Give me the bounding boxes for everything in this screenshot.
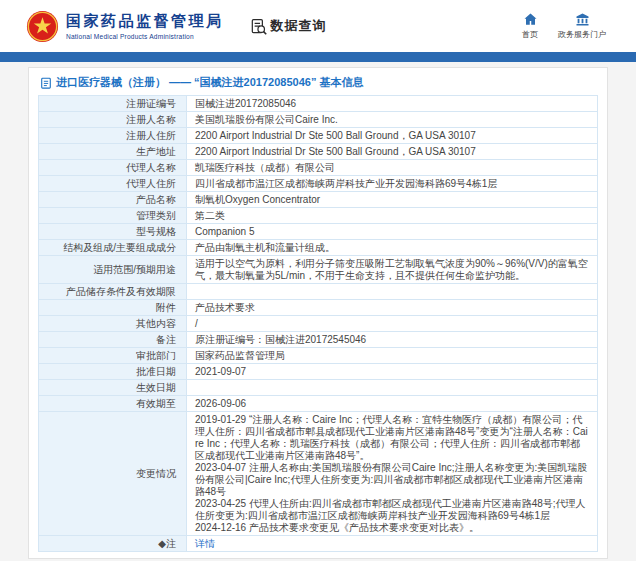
- registration-info-table: 注册证编号国械注进20172085046注册人名称美国凯瑞股份有限公司Caire…: [38, 95, 598, 552]
- brand[interactable]: 国家药品监督管理局 National Medical Products Admi…: [26, 10, 327, 43]
- field-label: 适用范围/预期用途: [39, 256, 187, 284]
- nav-gov-portal[interactable]: 政务服务门户: [558, 12, 606, 40]
- table-row: 备注原注册证编号：国械注进20172545046: [39, 332, 598, 348]
- agency-name-en: National Medical Products Administration: [66, 33, 224, 40]
- table-row: 适用范围/预期用途适用于以空气为原料，利用分子筛变压吸附工艺制取氧气浓度为90%…: [39, 256, 598, 284]
- field-value: 制氧机Oxygen Concentrator: [187, 192, 598, 208]
- field-label: 生产地址: [39, 144, 187, 160]
- table-row: 注册证编号国械注进20172085046: [39, 96, 598, 112]
- agency-name-cn: 国家药品监督管理局: [66, 12, 224, 31]
- field-label: 产品名称: [39, 192, 187, 208]
- field-label: 产品储存条件及有效期限: [39, 284, 187, 300]
- field-value: 2200 Airport Industrial Dr Ste 500 Ball …: [187, 128, 598, 144]
- table-row: 注册人名称美国凯瑞股份有限公司Caire Inc.: [39, 112, 598, 128]
- field-value: 第二类: [187, 208, 598, 224]
- detail-panel: 进口医疗器械（注册） —— “国械注进20172085046” 基本信息 注册证…: [28, 67, 608, 559]
- document-icon: [40, 77, 52, 89]
- field-value: 国家药品监督管理局: [187, 348, 598, 364]
- field-label: 批准日期: [39, 364, 187, 380]
- table-row: 其他内容/: [39, 316, 598, 332]
- page-title: 进口医疗器械（注册） —— “国械注进20172085046” 基本信息: [38, 73, 598, 95]
- field-label: 代理人住所: [39, 176, 187, 192]
- field-value: 凯瑞医疗科技（成都）有限公司: [187, 160, 598, 176]
- field-value: 2021-09-07: [187, 364, 598, 380]
- agency-title: 国家药品监督管理局 National Medical Products Admi…: [66, 12, 224, 40]
- table-row: 产品名称制氧机Oxygen Concentrator: [39, 192, 598, 208]
- table-row: 代理人住所四川省成都市温江区成都海峡两岸科技产业开发园海科路69号4栋1层: [39, 176, 598, 192]
- field-value: 2026-09-06: [187, 396, 598, 412]
- field-label: 变更情况: [39, 412, 187, 536]
- table-row: 管理类别第二类: [39, 208, 598, 224]
- home-icon: [523, 12, 538, 27]
- field-value: Companion 5: [187, 224, 598, 240]
- field-label: 其他内容: [39, 316, 187, 332]
- table-row: 变更情况2019-01-29 “注册人名称：Caire Inc；代理人名称：宜特…: [39, 412, 598, 536]
- national-emblem-icon: [26, 10, 59, 43]
- field-label: 型号规格: [39, 224, 187, 240]
- field-label: 生效日期: [39, 380, 187, 396]
- field-value: 国械注进20172085046: [187, 96, 598, 112]
- page: 国家药品监督管理局 National Medical Products Admi…: [0, 0, 636, 559]
- field-value: 产品由制氧主机和流量计组成。: [187, 240, 598, 256]
- table-row: 附件产品技术要求: [39, 300, 598, 316]
- primary-nav-bar: [0, 52, 636, 62]
- table-row: 代理人名称凯瑞医疗科技（成都）有限公司: [39, 160, 598, 176]
- data-query-tab[interactable]: 数据查询: [250, 17, 327, 35]
- content-area: 进口医疗器械（注册） —— “国械注进20172085046” 基本信息 注册证…: [0, 62, 636, 559]
- field-label: 审批部门: [39, 348, 187, 364]
- page-title-text: 进口医疗器械（注册） —— “国械注进20172085046” 基本信息: [56, 75, 363, 90]
- table-row: 注册人住所2200 Airport Industrial Dr Ste 500 …: [39, 128, 598, 144]
- field-value: 2019-01-29 “注册人名称：Caire Inc；代理人名称：宜特生物医疗…: [187, 412, 598, 536]
- field-label: ◆注: [39, 536, 187, 552]
- field-label: 管理类别: [39, 208, 187, 224]
- nav-portal-label: 政务服务门户: [558, 29, 606, 40]
- data-query-icon: [250, 18, 267, 35]
- field-value: 详情: [187, 536, 598, 552]
- field-label: 附件: [39, 300, 187, 316]
- field-value: [187, 380, 598, 396]
- field-label: 注册证编号: [39, 96, 187, 112]
- table-row: 型号规格Companion 5: [39, 224, 598, 240]
- field-value: 适用于以空气为原料，利用分子筛变压吸附工艺制取氧气浓度为90%～96%(V/V)…: [187, 256, 598, 284]
- table-row: 生产地址2200 Airport Industrial Dr Ste 500 B…: [39, 144, 598, 160]
- field-label: 代理人名称: [39, 160, 187, 176]
- table-row: 有效期至2026-09-06: [39, 396, 598, 412]
- table-row: ◆注详情: [39, 536, 598, 552]
- top-nav: 首页 政务服务门户: [522, 12, 606, 40]
- field-value: [187, 284, 598, 300]
- field-label: 有效期至: [39, 396, 187, 412]
- data-query-label: 数据查询: [271, 17, 327, 35]
- field-value: 2200 Airport Industrial Dr Ste 500 Ball …: [187, 144, 598, 160]
- nav-home[interactable]: 首页: [522, 12, 538, 40]
- field-value: 产品技术要求: [187, 300, 598, 316]
- table-row: 生效日期: [39, 380, 598, 396]
- field-value: 原注册证编号：国械注进20172545046: [187, 332, 598, 348]
- table-row: 审批部门国家药品监督管理局: [39, 348, 598, 364]
- nav-home-label: 首页: [522, 29, 538, 40]
- detail-link[interactable]: 详情: [195, 538, 215, 549]
- registration-table-body: 注册证编号国械注进20172085046注册人名称美国凯瑞股份有限公司Caire…: [39, 96, 598, 552]
- table-row: 批准日期2021-09-07: [39, 364, 598, 380]
- site-header: 国家药品监督管理局 National Medical Products Admi…: [0, 0, 636, 52]
- table-row: 产品储存条件及有效期限: [39, 284, 598, 300]
- field-value: 美国凯瑞股份有限公司Caire Inc.: [187, 112, 598, 128]
- gov-building-icon: [575, 12, 590, 27]
- field-label: 备注: [39, 332, 187, 348]
- field-value: 四川省成都市温江区成都海峡两岸科技产业开发园海科路69号4栋1层: [187, 176, 598, 192]
- table-row: 结构及组成/主要组成成分产品由制氧主机和流量计组成。: [39, 240, 598, 256]
- field-label: 注册人名称: [39, 112, 187, 128]
- field-label: 注册人住所: [39, 128, 187, 144]
- field-value: /: [187, 316, 598, 332]
- field-label: 结构及组成/主要组成成分: [39, 240, 187, 256]
